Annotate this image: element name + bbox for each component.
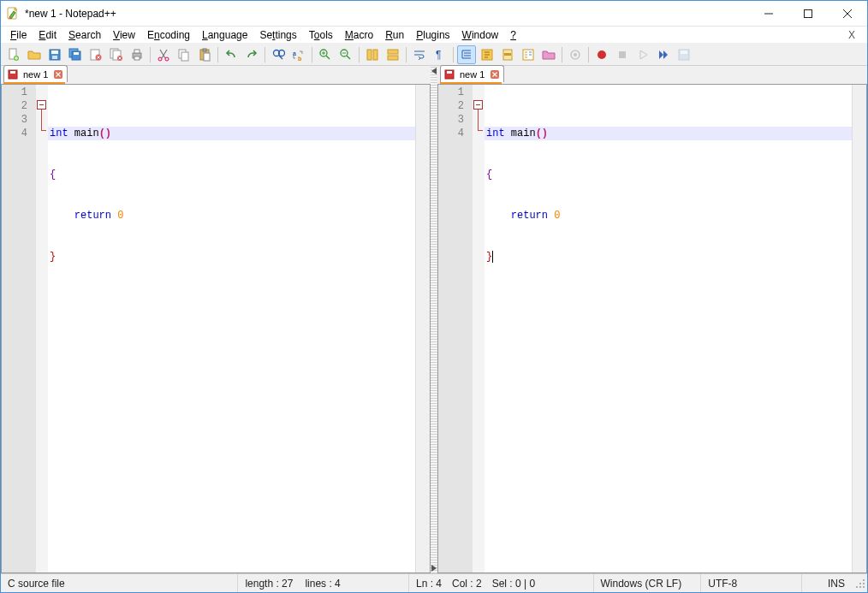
menu-encoding[interactable]: Encoding <box>141 28 196 42</box>
menu-run[interactable]: Run <box>379 28 410 42</box>
menu-view[interactable]: View <box>107 28 141 42</box>
menu-macro[interactable]: Macro <box>339 28 379 42</box>
unsaved-icon <box>444 69 455 80</box>
zoom-out-icon[interactable] <box>336 45 355 64</box>
menu-language[interactable]: Language <box>196 28 253 42</box>
undo-icon[interactable] <box>222 45 241 64</box>
fold-toggle-icon[interactable] <box>37 100 46 110</box>
play-macro-icon[interactable] <box>633 45 652 64</box>
svg-text:a: a <box>293 50 296 56</box>
save-macro-icon[interactable] <box>675 45 693 64</box>
svg-rect-18 <box>134 56 140 60</box>
menu-settings[interactable]: Settings <box>253 28 302 42</box>
splitter[interactable] <box>431 66 437 573</box>
svg-rect-24 <box>203 49 206 51</box>
status-eol: Windows (CR LF) <box>594 574 702 592</box>
cut-icon[interactable] <box>154 45 173 64</box>
editor-right[interactable]: 1 2 3 4 int main() { return 0 } <box>437 85 867 573</box>
minimize-button[interactable] <box>749 1 788 27</box>
unsaved-icon <box>8 69 18 80</box>
function-list-icon[interactable] <box>519 45 538 64</box>
svg-rect-51 <box>447 71 452 74</box>
menu-plugins[interactable]: Plugins <box>410 28 455 42</box>
status-insert-mode[interactable]: INS <box>802 574 852 592</box>
redo-icon[interactable] <box>242 45 261 64</box>
print-icon[interactable] <box>128 45 146 64</box>
record-macro-icon[interactable] <box>592 45 611 64</box>
maximize-button[interactable] <box>788 1 828 27</box>
fold-toggle-icon[interactable] <box>473 100 483 110</box>
svg-point-20 <box>165 57 169 61</box>
svg-rect-1 <box>9 17 11 19</box>
scrollbar-left[interactable] <box>415 85 430 572</box>
resize-grip-icon[interactable] <box>852 577 867 590</box>
menu-window[interactable]: Window <box>456 28 505 42</box>
svg-point-54 <box>859 586 861 588</box>
replace-icon[interactable]: ab <box>289 45 308 64</box>
svg-text:b: b <box>298 56 301 62</box>
fold-column[interactable] <box>36 85 48 572</box>
svg-rect-46 <box>681 50 687 54</box>
sync-horizontal-icon[interactable] <box>383 45 402 64</box>
menu-edit[interactable]: Edit <box>33 28 62 42</box>
play-multi-icon[interactable] <box>654 45 673 64</box>
svg-point-53 <box>863 586 865 588</box>
word-wrap-icon[interactable] <box>410 45 429 64</box>
window-title: *new 1 - Notepad++ <box>25 8 116 20</box>
sync-vertical-icon[interactable] <box>363 45 382 64</box>
tab-new1-left[interactable]: new 1 <box>3 65 68 82</box>
toolbar: ab ¶ <box>1 44 867 66</box>
menu-tools[interactable]: Tools <box>303 28 339 42</box>
tab-close-icon[interactable] <box>53 69 63 80</box>
editor-left[interactable]: 1 2 3 4 int main() { return 0 } <box>1 85 431 573</box>
tab-label: new 1 <box>458 69 486 80</box>
code-area-right[interactable]: int main() { return 0 } <box>485 85 852 572</box>
svg-point-43 <box>597 50 606 59</box>
menu-file[interactable]: File <box>4 28 33 42</box>
save-all-icon[interactable] <box>66 45 85 64</box>
tab-new1-right[interactable]: new 1 <box>440 65 504 82</box>
svg-point-55 <box>863 583 865 584</box>
app-icon <box>6 7 20 21</box>
menu-help[interactable]: ? <box>504 28 522 42</box>
svg-rect-6 <box>51 50 58 54</box>
menubar-close-doc-icon[interactable]: X <box>840 29 864 41</box>
open-file-icon[interactable] <box>25 45 44 64</box>
close-all-icon[interactable] <box>107 45 126 64</box>
show-all-chars-icon[interactable]: ¶ <box>431 45 449 64</box>
svg-rect-35 <box>388 56 398 60</box>
close-file-icon[interactable] <box>86 45 105 64</box>
statusbar: C source file length : 27 lines : 4 Ln :… <box>1 573 867 592</box>
save-icon[interactable] <box>45 45 64 64</box>
fold-column[interactable] <box>473 85 485 572</box>
svg-rect-32 <box>367 50 372 60</box>
scrollbar-right[interactable] <box>852 85 866 572</box>
paste-icon[interactable] <box>195 45 214 64</box>
svg-rect-7 <box>52 56 57 59</box>
main-split: new 1 1 2 3 4 int main() { <box>1 66 867 573</box>
code-area-left[interactable]: int main() { return 0 } <box>48 85 415 572</box>
tabstrip-left: new 1 <box>1 66 431 85</box>
menu-search[interactable]: Search <box>62 28 107 42</box>
status-position: Ln : 4 Col : 2 Sel : 0 | 0 <box>409 574 594 592</box>
copy-icon[interactable] <box>175 45 193 64</box>
indent-guide-icon[interactable] <box>457 45 476 64</box>
svg-text:¶: ¶ <box>436 49 441 61</box>
tabstrip-right: new 1 <box>437 66 867 85</box>
svg-rect-40 <box>523 50 533 60</box>
user-lang-icon[interactable] <box>478 45 496 64</box>
svg-point-19 <box>158 57 162 61</box>
find-icon[interactable] <box>269 45 288 64</box>
folder-workspace-icon[interactable] <box>539 45 558 64</box>
tab-close-icon[interactable] <box>490 69 500 80</box>
svg-rect-10 <box>74 52 79 55</box>
svg-point-42 <box>574 53 577 56</box>
close-button[interactable] <box>828 1 867 27</box>
stop-macro-icon[interactable] <box>613 45 632 64</box>
zoom-in-icon[interactable] <box>316 45 335 64</box>
line-number-gutter: 1 2 3 4 <box>438 85 473 572</box>
monitor-icon[interactable] <box>566 45 585 64</box>
doc-map-icon[interactable] <box>498 45 517 64</box>
new-file-icon[interactable] <box>4 45 23 64</box>
svg-rect-44 <box>619 51 626 58</box>
